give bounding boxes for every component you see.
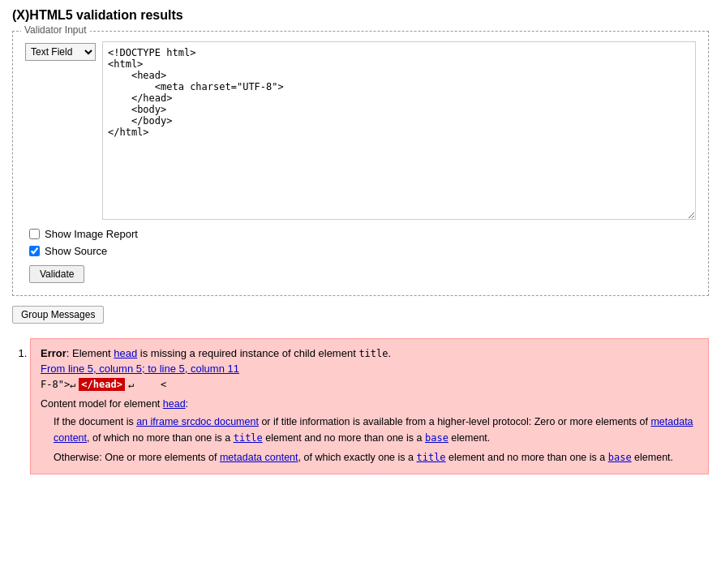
input-type-container: Text Field URL File Upload	[25, 43, 96, 61]
error-line-after: ↵	[128, 379, 134, 390]
error-arrow: <	[137, 379, 166, 390]
content-model-line-1: If the document is an iframe srcdoc docu…	[54, 414, 698, 446]
section-legend: Validator Input	[21, 24, 90, 36]
error-location-link: From line 5, column 5; to line 5, column…	[41, 363, 698, 375]
page-title: (X)HTML5 validation results	[12, 8, 709, 23]
content-model-heading: Content model for element head:	[41, 396, 698, 412]
show-image-report-label[interactable]: Show Image Report	[29, 228, 696, 240]
show-source-label[interactable]: Show Source	[29, 245, 696, 257]
content-model-head-link[interactable]: head	[163, 398, 186, 410]
title-link-1[interactable]: title	[234, 432, 263, 444]
error-block-1: Error: Element head is missing a require…	[30, 338, 709, 474]
base-link-1[interactable]: base	[425, 432, 448, 444]
error-element-head-link[interactable]: head	[114, 347, 137, 359]
error-label: Error	[41, 347, 67, 359]
options-row: Show Image Report Show Source	[25, 228, 696, 257]
show-image-report-text: Show Image Report	[45, 228, 138, 240]
validator-input-section: Validator Input Text Field URL File Uplo…	[12, 31, 709, 296]
validate-button[interactable]: Validate	[29, 265, 84, 283]
title-link-2[interactable]: title	[416, 452, 445, 463]
html-input-textarea[interactable]: <!DOCTYPE html> <html> <head> <meta char…	[102, 41, 696, 220]
error-highlighted-code: </head>	[79, 378, 125, 391]
content-model-line-2: Otherwise: One or more elements of metad…	[54, 449, 698, 466]
error-title-1: Error: Element head is missing a require…	[41, 347, 698, 359]
errors-list: Error: Element head is missing a require…	[12, 338, 709, 474]
input-type-select[interactable]: Text Field URL File Upload	[25, 43, 96, 61]
error-content-model: Content model for element head: If the d…	[41, 396, 698, 466]
group-messages-button[interactable]: Group Messages	[12, 306, 104, 324]
error-item-1: Error: Element head is missing a require…	[30, 338, 709, 474]
show-source-checkbox[interactable]	[29, 246, 40, 256]
base-link-2[interactable]: base	[608, 452, 632, 463]
show-image-report-checkbox[interactable]	[29, 229, 40, 239]
iframe-srcdoc-link[interactable]: an iframe srcdoc document	[136, 416, 259, 427]
error-child-element: title	[358, 348, 388, 359]
error-line-before: F-8">↵	[41, 379, 75, 390]
error-location-line: F-8">↵ </head> ↵ <	[41, 378, 698, 391]
input-row: Text Field URL File Upload <!DOCTYPE htm…	[25, 41, 696, 220]
metadata-content-link-2[interactable]: metadata content	[220, 452, 298, 463]
show-source-text: Show Source	[45, 245, 107, 257]
error-location-anchor[interactable]: From line 5, column 5; to line 5, column…	[41, 363, 239, 375]
